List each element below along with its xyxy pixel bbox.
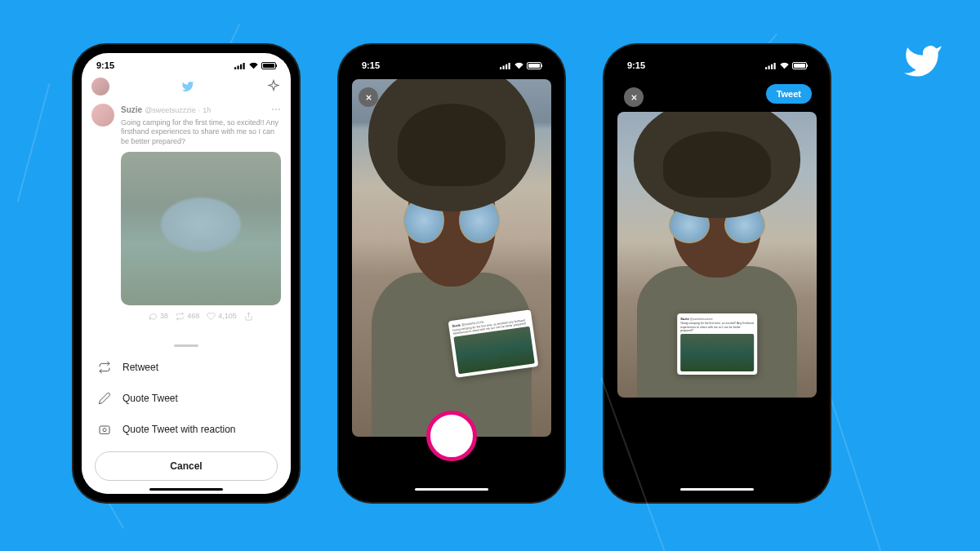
home-indicator[interactable]: [149, 488, 223, 491]
phone-compose-preview: 9:15 Tweet Suzie @sweetsuzzzie Going cam…: [604, 45, 830, 502]
battery-icon: [527, 62, 541, 69]
status-time: 9:15: [96, 60, 114, 70]
svg-rect-12: [771, 64, 773, 69]
tweet-button[interactable]: Tweet: [766, 84, 812, 104]
shutter-button[interactable]: [426, 411, 477, 461]
home-indicator[interactable]: [680, 488, 754, 491]
tweet-author-name[interactable]: Suzie: [121, 104, 142, 115]
retweet-icon: [98, 361, 111, 374]
close-button[interactable]: [359, 87, 378, 107]
close-button[interactable]: [624, 87, 644, 107]
status-bar: 9:15: [612, 53, 822, 74]
reply-button[interactable]: 38: [149, 312, 168, 322]
sparkle-icon[interactable]: [266, 79, 281, 94]
svg-rect-0: [234, 67, 236, 69]
status-bar: 9:15: [82, 53, 291, 74]
signal-icon: [500, 62, 511, 69]
close-icon: [364, 93, 373, 102]
svg-point-5: [103, 429, 106, 432]
tweet-avatar[interactable]: [91, 104, 114, 127]
home-indicator[interactable]: [415, 488, 488, 491]
status-bar: 9:15: [347, 53, 556, 74]
tweet-timestamp: 1h: [203, 106, 211, 116]
battery-icon: [792, 62, 807, 69]
camera-viewfinder: Suzie @sweetsuzzzie Going camping for th…: [352, 79, 551, 437]
share-button[interactable]: [244, 312, 253, 322]
status-time: 9:15: [627, 60, 645, 70]
reaction-preview[interactable]: Suzie @sweetsuzzzie Going camping for th…: [617, 112, 817, 398]
cancel-button[interactable]: Cancel: [95, 451, 278, 481]
wifi-icon: [779, 62, 790, 69]
close-icon: [630, 93, 639, 102]
svg-rect-13: [774, 63, 776, 69]
svg-rect-3: [243, 63, 245, 69]
quote-reaction-option[interactable]: Quote Tweet with reaction: [82, 414, 291, 445]
embedded-tweet-card[interactable]: Suzie @sweetsuzzzie Going camping for th…: [448, 309, 539, 378]
tweet-author-handle[interactable]: @sweetsuzzzie: [145, 106, 196, 116]
svg-rect-11: [768, 65, 770, 69]
svg-rect-6: [500, 67, 501, 69]
camera-icon: [98, 423, 111, 436]
signal-icon: [765, 62, 777, 69]
battery-icon: [261, 62, 276, 69]
svg-rect-1: [238, 65, 239, 69]
svg-rect-2: [240, 64, 242, 69]
svg-rect-10: [765, 67, 767, 69]
tweet-text: Going camping for the first time, so exc…: [121, 118, 281, 147]
pencil-icon: [98, 392, 111, 405]
tweet-image[interactable]: [121, 152, 281, 305]
twitter-logo-icon: [898, 41, 947, 82]
phone-camera-capture: 9:15 Suzie @sweetsuzzzie Going camping f…: [339, 45, 564, 502]
retweet-option[interactable]: Retweet: [82, 352, 291, 383]
svg-rect-9: [509, 63, 510, 69]
svg-rect-4: [100, 426, 109, 433]
tweet-more-icon[interactable]: ⋯: [271, 104, 281, 117]
quote-tweet-option[interactable]: Quote Tweet: [82, 383, 291, 414]
wifi-icon: [514, 62, 524, 69]
wifi-icon: [248, 62, 259, 69]
retweet-action-sheet: Retweet Quote Tweet Quote Tweet with rea…: [82, 338, 291, 494]
twitter-home-icon[interactable]: [180, 80, 196, 93]
svg-rect-7: [503, 65, 505, 69]
like-button[interactable]: 4,105: [207, 312, 237, 322]
phone-retweet-menu: 9:15 Suzie @sweetsuzzzie ·: [74, 45, 299, 502]
status-time: 9:15: [362, 60, 380, 70]
signal-icon: [234, 62, 246, 69]
retweet-button[interactable]: 468: [176, 312, 199, 322]
svg-rect-8: [506, 64, 507, 69]
profile-avatar[interactable]: [91, 78, 109, 96]
embedded-tweet-card[interactable]: Suzie @sweetsuzzzie Going camping for th…: [677, 313, 757, 375]
